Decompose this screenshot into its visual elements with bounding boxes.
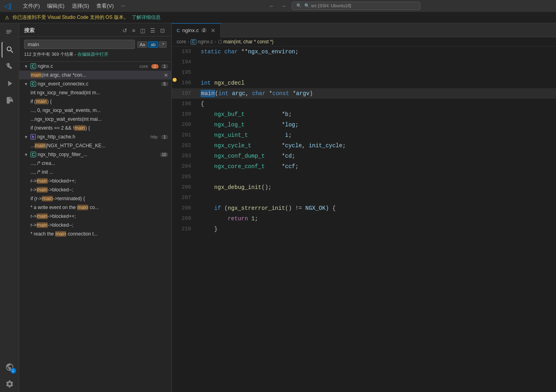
code-area[interactable]: 193 static char **ngx_os_environ; 194 19… [172,47,556,392]
sidebar: 搜索 ↺ ≡ ◫ ☰ ⊡ Aa ab .* 112 文件中有 369 个结果 -… [19,23,172,392]
tree-child-main-func[interactable]: main(int argc, char *con... ✕ [19,71,171,79]
collapse-button[interactable]: ≡ [130,26,137,35]
activity-explorer[interactable] [2,25,18,41]
match-text-blocked-mm-1: r->main->blocked--; [31,187,168,193]
menu-bar[interactable]: 文件(F) 编辑(E) 选择(S) 查看(V) ··· [20,2,128,10]
nav-forward-button[interactable]: → [279,2,289,10]
match-text-if-main: if (main) { [31,99,168,104]
tree-child-blocked-mm-2[interactable]: r->main->blocked--; [19,221,171,230]
c-file-icon: C [31,152,36,157]
titlebar-center: ← → 🔍 🔍 src [SSH: Ubuntu18] [135,2,552,10]
activity-extensions[interactable] [2,92,18,108]
tree-child-crea[interactable]: ..., /* crea... [19,159,171,168]
tree-child-reach-main[interactable]: * reach the main connection t... [19,230,171,238]
line-number-199: 199 [177,109,198,120]
line-number-196: 196 [177,78,198,88]
code-line-195: 195 [172,67,556,78]
breadcrumb-filename[interactable]: nginx.c [198,39,213,45]
activity-remote[interactable]: 1 [2,359,18,375]
line-content-209: return 1; [198,213,556,224]
tree-child-blocked-mm-1[interactable]: r->main->blocked--; [19,185,171,194]
code-line-210: 210 } [172,224,556,234]
more-button[interactable]: ⊡ [159,26,167,35]
filename-ngx-event: ngx_event_connectex.c [38,81,159,87]
match-text-init: ..., /* init ... [31,169,168,175]
line-number-202: 202 [177,140,198,151]
search-input[interactable] [24,40,135,49]
tree-child-iocp-thread[interactable]: int ngx_iocp_new_thread(int m... [19,88,171,97]
breadcrumb-core[interactable]: core [177,39,186,45]
tree-child-blocked-pp-2[interactable]: r->main->blocked++; [19,212,171,221]
refresh-button[interactable]: ↺ [121,26,129,35]
case-sensitive-button[interactable]: Aa [137,41,147,48]
search-options: Aa ab .* [137,41,167,48]
c-file-icon: C [31,81,36,87]
whole-word-button[interactable]: ab [148,41,158,48]
line-content-199: ngx_buf_t *b; [198,109,556,120]
tree-file-nginx-c[interactable]: ▼ C nginx.c core 2 1 [19,62,171,71]
nav-back-button[interactable]: ← [267,2,277,10]
tree-child-write-event[interactable]: * a write event on the main co... [19,203,171,212]
warning-link[interactable]: 了解详细信息 [132,14,161,21]
sidebar-actions: ↺ ≡ ◫ ☰ ⊡ [121,26,167,35]
search-icon: 🔍 [296,3,302,8]
breadcrumb-c-icon: C [191,39,196,45]
tab-nginx-c[interactable]: C nginx.c 2 ✕ [172,23,221,37]
warning-icon: ⚠ [5,15,9,20]
line-content-208: if (ngx_strerror_init() != NGX_OK) { [198,203,556,213]
line-number-210: 210 [177,224,198,234]
tree-file-http-cache[interactable]: ▼ h ngx_http_cache.h http 1 [19,132,171,141]
close-match-icon[interactable]: ✕ [164,72,168,78]
line-content-207 [198,193,556,203]
tree-file-copy-filter[interactable]: ▼ C ngx_http_copy_filter_... 10 [19,150,171,159]
line-number-204: 204 [177,161,198,172]
code-line-207: 207 [172,193,556,203]
match-text-wait-events-1: ..., 0, ngx_iocp_wait_events, m... [31,108,168,113]
tree-child-wait-events-1[interactable]: ..., 0, ngx_iocp_wait_events, m... [19,106,171,115]
menu-edit[interactable]: 编辑(E) [44,2,67,10]
global-search[interactable]: 🔍 🔍 src [SSH: Ubuntu18] [292,2,420,10]
h-file-icon: h [31,134,36,140]
menu-view[interactable]: 查看(V) [93,2,117,10]
line-number-203: 203 [177,151,198,161]
tree-child-if-main[interactable]: if (main) { [19,97,171,106]
line-content-202: ngx_cycle_t *cycle, init_cycle; [198,140,556,151]
tree-child-nevents[interactable]: if (nevents == 2 && !main) { [19,124,171,132]
chevron-down-icon: ▼ [24,64,28,69]
tree-file-ngx-event[interactable]: ▼ C ngx_event_connectex.c 5 [19,79,171,88]
code-line-193: 193 static char **ngx_os_environ; [172,47,556,57]
menu-selection[interactable]: 选择(S) [69,2,92,10]
line-number-200: 200 [177,120,198,130]
activity-search[interactable] [2,42,18,58]
file-path-core: core [140,64,148,69]
tree-child-cache-ke[interactable]: ...main[NGX_HTTP_CACHE_KE... [19,141,171,150]
warning-bar: ⚠ 你已连接到不受 Visual Studio Code 支持的 OS 版本。 … [0,12,556,23]
menu-more[interactable]: ··· [118,2,128,10]
tree-child-wait-events-2[interactable]: ...ngx_iocp_wait_events(int mai... [19,115,171,124]
line-number-198: 198 [177,99,198,109]
tree-child-terminated[interactable]: if (r->main->terminated) { [19,194,171,203]
match-text-terminated: if (r->main->terminated) { [31,196,168,201]
sidebar-header: 搜索 ↺ ≡ ◫ ☰ ⊡ [19,23,171,37]
new-file-button[interactable]: ◫ [138,26,147,35]
code-line-196: 196 int ngx_cdecl [172,78,556,88]
menu-file[interactable]: 文件(F) [20,2,43,10]
open-in-editor-link[interactable]: 在编辑器中打开 [77,52,108,57]
line-content-195 [198,67,556,78]
breadcrumb-function[interactable]: main(int, char * const *) [224,39,274,45]
tree-child-blocked-pp-1[interactable]: r->main->blocked++; [19,177,171,185]
tree-child-init[interactable]: ..., /* init ... [19,168,171,177]
activity-source-control[interactable] [2,59,18,75]
breadcrumb-func-icon: ⬡ [218,39,222,45]
clear-button[interactable]: ☰ [149,26,157,35]
activity-settings[interactable] [2,376,18,392]
match-count-event: 5 [161,82,168,86]
activity-run[interactable] [2,75,18,91]
tab-close-icon[interactable]: ✕ [211,27,216,34]
file-path-http: http [151,134,158,139]
line-content-193: static char **ngx_os_environ; [198,47,556,57]
c-file-icon: C [31,63,36,69]
regex-button[interactable]: .* [159,41,167,48]
breadcrumb: core › C nginx.c › ⬡ main(int, char * co… [172,37,556,47]
line-content-196: int ngx_cdecl [198,78,556,88]
